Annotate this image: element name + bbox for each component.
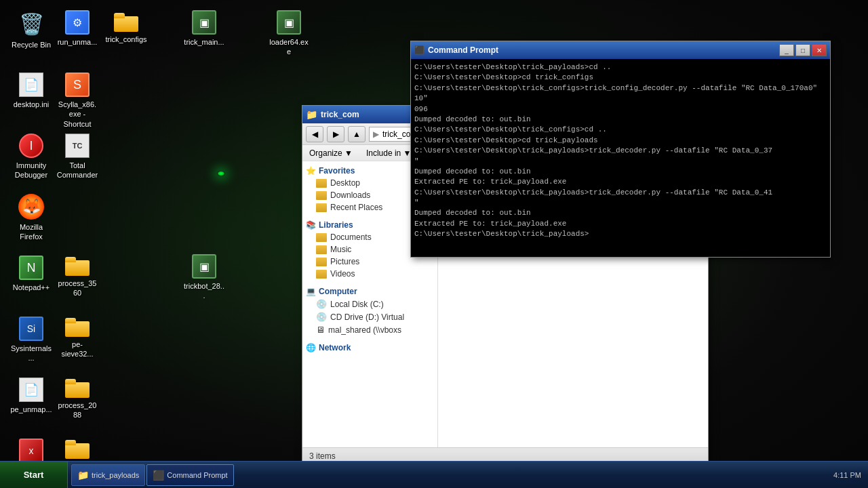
icon-label: loader64.exe xyxy=(268,37,310,57)
cmd-line: C:\Users\tester\Desktop\trick_payloads>t… xyxy=(414,146,827,156)
icon-label: pe-sieve32... xyxy=(56,340,98,359)
file-icon: 📄 xyxy=(19,73,43,97)
sidebar-item-label: Downloads xyxy=(330,190,370,200)
app-icon: N xyxy=(19,256,43,280)
desktop-icon-trick-configs[interactable]: trick_configs xyxy=(102,7,151,47)
start-button[interactable]: Start xyxy=(0,462,68,489)
icon-label: process_2088 xyxy=(56,401,98,420)
desktop: 🗑️ Recycle Bin ⚙ run_unma... trick_confi… xyxy=(0,0,868,488)
icon-label: trickbot_28... xyxy=(183,281,225,301)
up-button[interactable]: ▲ xyxy=(348,126,366,142)
computer-header[interactable]: 💻 Computer xyxy=(306,285,434,298)
organize-menu[interactable]: Organize ▼ xyxy=(306,147,356,159)
taskbar-item-label: Command Prompt xyxy=(167,471,227,479)
sidebar-item-label: Pictures xyxy=(330,257,359,266)
items-count: 3 items xyxy=(309,451,336,461)
cmd-icon: ⬛ xyxy=(414,45,425,55)
exe-icon: ▣ xyxy=(192,254,216,279)
cmd-line: Extracted PE to: trick_payload.exe xyxy=(414,177,827,187)
network-label: Network xyxy=(319,343,351,352)
include-in-menu[interactable]: Include in ▼ xyxy=(363,147,415,159)
cmd-titlebar[interactable]: ⬛ Command Prompt _ □ ✕ xyxy=(411,41,830,59)
cmd-restore-button[interactable]: □ xyxy=(795,44,810,56)
sidebar-item-label: CD Drive (D:) Virtual xyxy=(330,312,404,322)
cmd-line: Extracted PE to: trick_payload.exe xyxy=(414,219,827,229)
cmd-output: C:\Users\tester\Desktop\trick_payloads>c… xyxy=(411,59,830,257)
sidebar-videos[interactable]: Videos xyxy=(306,268,434,280)
sidebar-mal-shared[interactable]: 🖥 mal_shared (\\vboxs xyxy=(306,323,434,336)
sidebar-item-label: Local Disk (C:) xyxy=(330,300,384,309)
back-button[interactable]: ◀ xyxy=(306,126,323,142)
desktop-icon-process-2088[interactable]: process_2088 xyxy=(53,373,102,424)
icon-label: trick_main... xyxy=(183,37,225,47)
folder-icon xyxy=(65,378,90,398)
icon-label: Recycle Bin xyxy=(10,40,52,49)
desktop-icon-pe-unmap[interactable]: 📄 pe_unmap... xyxy=(7,373,56,418)
icon-label: pe_unmap... xyxy=(10,405,52,414)
sidebar-cd-drive[interactable]: 💿 CD Drive (D:) Virtual xyxy=(306,310,434,323)
app-icon: TC xyxy=(65,134,90,158)
desktop-icon-desktop-ini[interactable]: 📄 desktop.ini xyxy=(7,68,56,113)
icon-label: Mozilla Firefox xyxy=(10,222,52,242)
taskbar-item-label: trick_payloads xyxy=(92,471,139,479)
desktop-icon-total-commander[interactable]: TC Total Commander xyxy=(53,129,102,184)
desktop-icon-mozilla-firefox[interactable]: 🦊 Mozilla Firefox xyxy=(7,190,56,245)
desktop-icon-trick-main[interactable]: ▣ trick_main... xyxy=(180,7,229,50)
desktop-icon-immunity-debugger[interactable]: I Immunity Debugger xyxy=(7,129,56,184)
cmd-line: C:\Users\tester\Desktop\trick_payloads> xyxy=(414,229,827,239)
sidebar-local-disk[interactable]: 💿 Local Disk (C:) xyxy=(306,298,434,310)
sidebar-item-label: Desktop xyxy=(330,178,360,188)
app-icon: 🦊 xyxy=(18,194,44,220)
app-icon: Si xyxy=(19,317,43,341)
cmd-title: ⬛ Command Prompt xyxy=(414,45,779,55)
taskbar-item-icon: ⬛ xyxy=(153,470,164,481)
cmd-line: Dumped decoded to: out.bin xyxy=(414,115,827,125)
desktop-icon-scylla[interactable]: S Scylla_x86.exe - Shortcut xyxy=(53,68,102,132)
folder-icon xyxy=(316,179,327,188)
desktop-icon-pe-sieve[interactable]: pe-sieve32... xyxy=(53,312,102,363)
icon-label: process_3560 xyxy=(56,279,98,298)
desktop-icon-sysinternals[interactable]: Si Sysinternals... xyxy=(7,312,56,367)
desktop-icon-process-3560[interactable]: process_3560 xyxy=(53,251,102,302)
taskbar-item-explorer[interactable]: 📁 trick_payloads xyxy=(71,464,145,486)
folder-icon xyxy=(316,258,327,266)
cmd-line: 10" xyxy=(414,94,827,104)
sidebar-item-label: Music xyxy=(330,245,351,254)
cmd-line: C:\Users\tester\Desktop\trick_configs>cd… xyxy=(414,125,827,135)
cmd-title-text: Command Prompt xyxy=(428,45,498,55)
cmd-line: Dumped decoded to: out.bin xyxy=(414,208,827,218)
exe-icon: ▣ xyxy=(277,10,301,35)
desktop-icon-run-unma[interactable]: ⚙ run_unma... xyxy=(53,7,102,50)
folder-icon xyxy=(316,191,327,200)
computer-label: Computer xyxy=(319,287,357,296)
taskbar-item-cmd[interactable]: ⬛ Command Prompt xyxy=(146,464,233,486)
exe-icon: ▣ xyxy=(192,10,216,35)
folder-icon xyxy=(316,203,327,212)
command-prompt-window: ⬛ Command Prompt _ □ ✕ C:\Users\tester\D… xyxy=(410,41,831,258)
libraries-label: Libraries xyxy=(319,220,353,230)
cmd-line: C:\Users\tester\Desktop\trick_configs>tr… xyxy=(414,83,827,94)
cmd-line: Dumped decoded to: out.bin xyxy=(414,167,827,177)
icon-label: run_unma... xyxy=(56,37,98,47)
desktop-icon-recycle-bin[interactable]: 🗑️ Recycle Bin xyxy=(7,7,56,53)
explorer-title-text: trick_com xyxy=(321,110,359,119)
desktop-icon-loader64[interactable]: ▣ loader64.exe xyxy=(264,7,313,60)
sidebar-item-label: Recent Places xyxy=(330,203,382,212)
favorites-label: Favorites xyxy=(319,166,355,176)
cmd-line: " xyxy=(414,157,827,167)
forward-button[interactable]: ▶ xyxy=(327,126,344,142)
icon-label: trick_configs xyxy=(105,35,147,44)
folder-icon xyxy=(65,317,90,337)
desktop-icon-trickbot-28[interactable]: ▣ trickbot_28... xyxy=(180,251,229,304)
folder-icon xyxy=(316,270,327,279)
cmd-line: 096 xyxy=(414,104,827,115)
folder-icon xyxy=(316,245,327,254)
icon-label: Scylla_x86.exe - Shortcut xyxy=(56,100,98,129)
network-header[interactable]: 🌐 Network xyxy=(306,342,434,354)
desktop-icon-notepad-plus[interactable]: N Notepad++ xyxy=(7,251,56,296)
cmd-close-button[interactable]: ✕ xyxy=(812,44,827,56)
cmd-minimize-button[interactable]: _ xyxy=(779,44,794,56)
icon-label: Sysinternals... xyxy=(10,344,52,363)
taskbar: Start 📁 trick_payloads ⬛ Command Prompt … xyxy=(0,461,868,488)
cmd-line: C:\Users\tester\Desktop>cd trick_payload… xyxy=(414,136,827,146)
